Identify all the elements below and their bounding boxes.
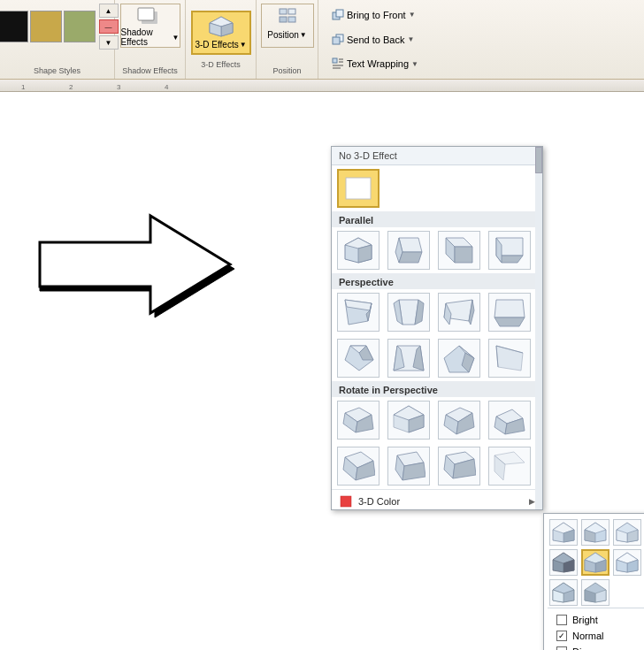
parallel-cube-3[interactable] (438, 231, 480, 270)
shadow-icon (136, 4, 165, 26)
cube-icon-1 (341, 234, 375, 266)
no-effect-cell[interactable] (337, 169, 380, 208)
cube-icon-2 (392, 234, 426, 266)
persp-cube-1[interactable] (337, 293, 380, 332)
normal-option[interactable]: ✓ Normal (551, 628, 641, 644)
persp-icon-4 (493, 296, 526, 328)
svg-marker-44 (494, 317, 525, 326)
light-cell-4[interactable] (549, 549, 578, 576)
persp-cube-2[interactable] (387, 293, 430, 332)
svg-marker-30 (455, 247, 472, 263)
light-icon-4 (551, 551, 576, 574)
light-icon-8 (583, 581, 608, 604)
svg-rect-80 (341, 496, 351, 507)
rotate-cube-1[interactable] (337, 401, 380, 440)
parallel-cube-1[interactable] (337, 231, 380, 270)
cube-icon-3 (442, 234, 476, 266)
dim-label: Dim (572, 646, 590, 650)
scrollbar-thumb[interactable] (535, 147, 542, 173)
light-cell-3[interactable] (613, 519, 641, 546)
rotate-icon-3 (442, 404, 476, 436)
position-button[interactable]: Position▼ (261, 4, 314, 48)
dropdown-scrollbar[interactable] (535, 147, 542, 509)
light-cell-1[interactable] (549, 519, 578, 546)
rotate2-cube-3[interactable] (438, 447, 480, 486)
shadow-effects-button[interactable]: Shadow Effects▼ (120, 4, 180, 48)
menu-3d-color[interactable]: 3-D Color ▶ (332, 489, 542, 509)
swatch-black[interactable] (0, 11, 28, 42)
position-group: Position▼ Position (257, 0, 318, 79)
svg-rect-6 (280, 9, 287, 14)
persp2-cube-2[interactable] (387, 339, 430, 378)
lighting-submenu: Bright ✓ Normal Dim (543, 513, 644, 650)
persp2-icon-3 (442, 342, 476, 374)
send-to-back-button[interactable]: Send to Back ▼ (326, 30, 420, 50)
rotate2-icon-1 (341, 450, 375, 482)
persp2-cube-4[interactable] (488, 339, 531, 378)
ribbon-row-3: Text Wrapping ▼ (326, 52, 637, 75)
rotate-cube-4[interactable] (488, 401, 531, 440)
parallel-cube-2[interactable] (387, 231, 430, 270)
bright-option[interactable]: Bright (551, 612, 641, 628)
rotate-icon-1 (341, 404, 375, 436)
rotate2-cube-4[interactable] (488, 447, 531, 486)
svg-rect-21 (346, 178, 371, 199)
swatch-olive[interactable] (64, 11, 96, 42)
shape-swatches: ▲ — ▼ (0, 4, 119, 50)
3d-effects-label: 3-D Effects▼ (195, 40, 246, 50)
svg-marker-20 (40, 216, 230, 313)
dropdown-scroll[interactable]: No 3-D Effect Parallel (332, 147, 542, 509)
lighting-grid-3 (548, 577, 644, 608)
send-to-back-arrow: ▼ (407, 35, 414, 43)
light-cell-8[interactable] (581, 579, 610, 606)
persp-cube-4[interactable] (488, 293, 531, 332)
cube-icon-4 (493, 234, 526, 266)
right-ribbon-groups: Bring to Front ▼ Send to Back ▼ (318, 0, 644, 79)
lighting-label-section: Bright ✓ Normal Dim (548, 608, 644, 650)
svg-marker-25 (399, 238, 422, 252)
rotate-icon-2 (392, 404, 426, 436)
text-wrapping-button[interactable]: Text Wrapping ▼ (326, 54, 425, 73)
dim-option[interactable]: Dim (551, 644, 641, 650)
swatch-tan[interactable] (30, 11, 62, 42)
light-cell-6[interactable] (613, 549, 641, 576)
light-icon-6 (615, 551, 640, 574)
horizontal-ruler: 1 2 3 4 (0, 80, 644, 92)
rotate-cube-2[interactable] (387, 401, 430, 440)
rotate2-icon-2 (392, 450, 426, 482)
svg-marker-43 (494, 300, 525, 317)
svg-rect-13 (333, 37, 340, 44)
arrow-shape[interactable] (35, 207, 230, 322)
position-label: Position (272, 65, 301, 75)
rotate2-cube-2[interactable] (387, 447, 430, 486)
bring-to-front-icon (332, 9, 344, 21)
menu-3d-color-label: 3-D Color (358, 496, 400, 507)
light-cell-5[interactable] (581, 549, 610, 576)
ribbon-row-2: Send to Back ▼ (326, 28, 637, 51)
perspective-label: Perspective (332, 273, 542, 289)
effects-3d-button[interactable]: 3-D Effects▼ (191, 11, 251, 55)
rotate2-icon-3 (442, 450, 476, 482)
bring-to-front-label: Bring to Front (347, 10, 406, 20)
light-cell-2[interactable] (581, 519, 610, 546)
light-icon-3 (615, 521, 640, 544)
lighting-grid-2 (548, 547, 644, 577)
persp2-cube-3[interactable] (438, 339, 480, 378)
rotate2-cube-1[interactable] (337, 447, 380, 486)
arrow-svg (35, 207, 239, 331)
rotate-grid-2 (332, 443, 542, 489)
shape-styles-group: ▲ — ▼ Shape Styles (0, 0, 115, 79)
rotate-cube-3[interactable] (438, 401, 480, 440)
dropdown-3d: No 3-D Effect Parallel (331, 146, 543, 510)
rotate-label: Rotate in Perspective (332, 381, 542, 397)
light-icon-2 (583, 521, 608, 544)
svg-rect-11 (336, 10, 343, 17)
persp2-cube-1[interactable] (337, 339, 380, 378)
persp-cube-3[interactable] (438, 293, 480, 332)
bring-to-front-button[interactable]: Bring to Front ▼ (326, 5, 422, 25)
text-wrapping-label: Text Wrapping (347, 58, 409, 69)
shape-styles-label: Shape Styles (34, 65, 80, 75)
light-cell-7[interactable] (549, 579, 578, 606)
parallel-cube-4[interactable] (488, 231, 531, 270)
no-effect-section (332, 165, 542, 211)
